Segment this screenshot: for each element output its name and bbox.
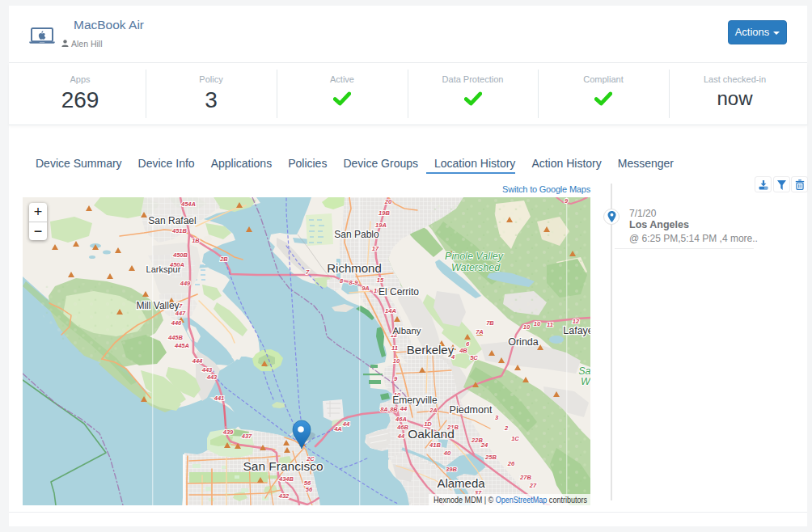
svg-text:450B: 450B <box>172 251 188 259</box>
svg-text:San Pablo: San Pablo <box>334 229 379 240</box>
svg-text:7A: 7A <box>476 328 484 336</box>
svg-text:449: 449 <box>180 280 191 287</box>
svg-text:39B: 39B <box>446 466 457 473</box>
svg-text:437: 437 <box>241 433 252 440</box>
svg-text:2A: 2A <box>429 407 438 414</box>
svg-text:27: 27 <box>529 482 537 489</box>
svg-text:10: 10 <box>523 323 531 331</box>
svg-text:Pinole Valley: Pinole Valley <box>445 251 504 262</box>
svg-text:7B: 7B <box>486 319 494 327</box>
svg-text:El Cerrito: El Cerrito <box>379 286 419 298</box>
svg-text:44: 44 <box>400 405 408 412</box>
svg-text:439: 439 <box>222 429 234 436</box>
svg-text:5C: 5C <box>470 354 478 361</box>
svg-text:Larkspur: Larkspur <box>146 264 181 274</box>
svg-text:446: 446 <box>171 319 182 327</box>
svg-text:434B: 434B <box>278 475 294 483</box>
svg-text:44: 44 <box>397 433 405 440</box>
svg-text:8B: 8B <box>390 406 398 413</box>
svg-text:27B: 27B <box>519 474 531 481</box>
svg-text:San Francisco: San Francisco <box>243 459 323 473</box>
svg-text:Alameda: Alameda <box>437 476 485 490</box>
svg-text:443: 443 <box>201 366 213 374</box>
svg-text:56: 56 <box>306 486 313 493</box>
svg-text:445B: 445B <box>167 334 184 341</box>
svg-text:44: 44 <box>342 420 350 428</box>
svg-text:46A: 46A <box>395 416 407 423</box>
svg-text:Hexnode MDM | © OpenStreetMap: Hexnode MDM | © OpenStreetMap contributo… <box>433 495 587 505</box>
svg-text:12: 12 <box>573 318 580 325</box>
svg-text:24: 24 <box>480 441 488 449</box>
svg-text:444: 444 <box>192 357 203 365</box>
svg-text:Lafayette: Lafayette <box>563 325 590 336</box>
svg-text:10: 10 <box>393 357 400 365</box>
svg-text:Mill Valley: Mill Valley <box>136 300 179 311</box>
svg-text:Oakland: Oakland <box>408 427 455 441</box>
svg-text:Emeryville: Emeryville <box>392 395 438 406</box>
svg-text:25B: 25B <box>484 454 497 461</box>
svg-text:11: 11 <box>547 321 553 328</box>
svg-text:41B: 41B <box>429 441 441 449</box>
svg-text:Piedmont: Piedmont <box>450 404 493 416</box>
svg-text:Sar: Sar <box>578 365 590 377</box>
svg-text:9A: 9A <box>362 285 370 292</box>
svg-text:445A: 445A <box>174 342 189 349</box>
svg-text:San Rafael: San Rafael <box>148 215 196 226</box>
svg-text:19B: 19B <box>379 209 390 217</box>
svg-text:17: 17 <box>372 245 379 252</box>
svg-text:19A: 19A <box>375 222 387 229</box>
svg-text:Orinda: Orinda <box>508 336 539 348</box>
svg-text:20: 20 <box>384 198 392 205</box>
svg-text:Watershed: Watershed <box>451 262 501 273</box>
svg-text:W: W <box>581 376 590 387</box>
svg-text:2: 2 <box>504 424 509 432</box>
svg-text:8A: 8A <box>380 406 388 413</box>
svg-text:4A: 4A <box>333 425 342 433</box>
svg-text:11: 11 <box>391 344 398 352</box>
svg-text:40: 40 <box>443 450 451 457</box>
svg-text:454A: 454A <box>180 201 196 208</box>
svg-text:10: 10 <box>534 320 541 327</box>
svg-text:Albany: Albany <box>392 326 421 336</box>
svg-text:4B: 4B <box>459 347 467 354</box>
svg-text:8-9: 8-9 <box>349 279 359 286</box>
svg-text:441: 441 <box>214 395 225 402</box>
svg-text:443: 443 <box>206 374 218 381</box>
svg-text:26: 26 <box>507 460 515 467</box>
svg-text:432: 432 <box>278 492 290 500</box>
svg-text:15: 15 <box>377 277 384 284</box>
svg-text:Berkeley: Berkeley <box>407 343 455 357</box>
svg-text:14A: 14A <box>385 307 396 315</box>
svg-text:Richmond: Richmond <box>327 261 382 275</box>
svg-text:2B: 2B <box>219 255 228 263</box>
svg-text:451B: 451B <box>171 227 188 234</box>
svg-text:1B: 1B <box>192 237 200 244</box>
svg-text:1C: 1C <box>511 435 519 442</box>
